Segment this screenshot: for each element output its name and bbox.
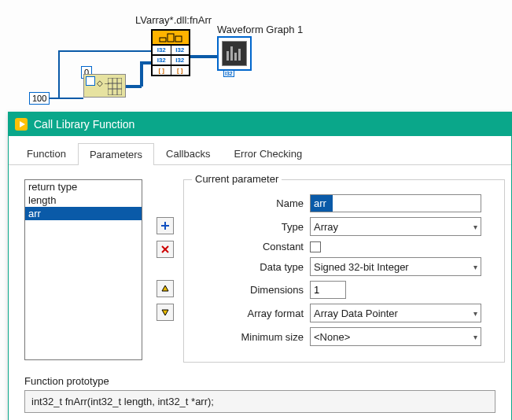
svg-rect-4 [230, 46, 233, 61]
svg-rect-5 [234, 53, 237, 61]
graph-datatype-badge: I32 [223, 70, 234, 77]
svg-rect-0 [160, 38, 166, 42]
wire [58, 50, 60, 99]
array-size-terminal [86, 76, 95, 86]
constant-hundred[interactable]: 100 [29, 92, 50, 105]
wire [190, 55, 217, 58]
cln-label: LVarray*.dll:fnArr [135, 14, 212, 26]
waveform-graph-terminal[interactable]: I32 [217, 36, 252, 71]
wire [140, 61, 151, 64]
waveform-graph-label: Waveform Graph 1 [217, 24, 303, 35]
svg-rect-2 [175, 36, 182, 42]
svg-rect-6 [238, 49, 241, 61]
wire [126, 85, 142, 88]
call-library-node[interactable]: I32I32 I32I32 [ ][ ] [151, 29, 190, 76]
svg-rect-1 [168, 34, 174, 42]
initialize-array-node[interactable]: ◇→ [83, 74, 126, 98]
wire [49, 98, 83, 99]
svg-rect-3 [227, 51, 229, 61]
block-diagram: LVarray*.dll:fnArr Waveform Graph 1 I32I… [0, 0, 512, 110]
wire [140, 61, 143, 87]
cln-header-icon [151, 29, 190, 46]
wire [58, 50, 151, 52]
svg-rect-7 [108, 78, 122, 95]
